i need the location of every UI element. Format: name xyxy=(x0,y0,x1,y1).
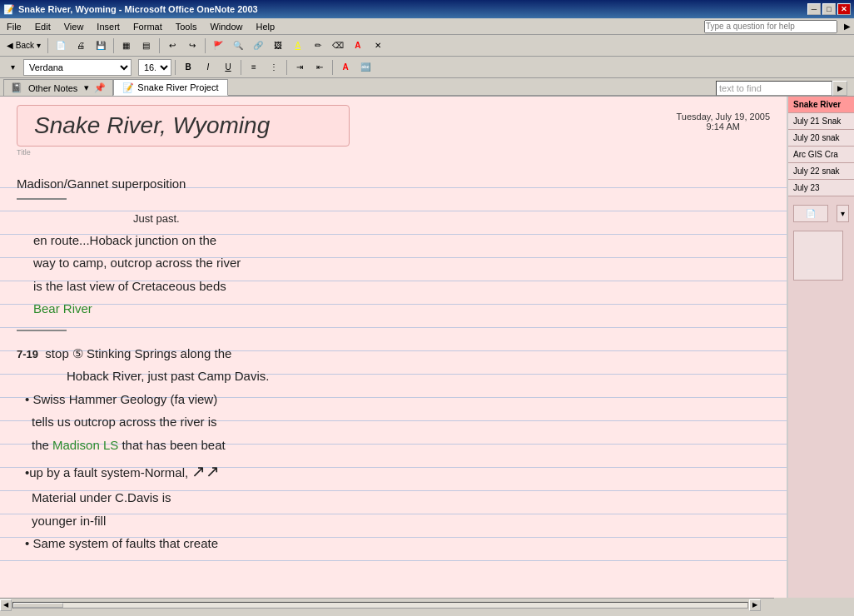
search-button[interactable]: 🔍 xyxy=(229,37,247,55)
formatting-toolbar: ▾ Verdana 16.5 B I U ≡ ⋮ ⇥ ⇤ A 🔤 xyxy=(0,57,854,78)
title-label: Title xyxy=(17,148,350,156)
scroll-corner xyxy=(761,599,774,612)
scroll-right-btn[interactable]: ▶ xyxy=(749,599,761,611)
link-button[interactable]: 🔗 xyxy=(249,37,267,55)
maximize-button[interactable]: □ xyxy=(822,3,836,15)
sidebar-tab-arcgis[interactable]: Arc GIS Cra xyxy=(788,147,854,163)
view2-button[interactable]: ▤ xyxy=(137,37,156,55)
save-button[interactable]: 💾 xyxy=(92,37,110,55)
note-line-5: is the last view of Cretaceous beds xyxy=(33,276,770,297)
scrollbar-track[interactable] xyxy=(12,602,748,609)
view-button[interactable]: ▦ xyxy=(117,37,136,55)
separator5 xyxy=(175,60,176,75)
pen-button[interactable]: ✏ xyxy=(309,37,327,55)
new-page-button[interactable]: 📄 xyxy=(52,37,70,55)
menu-format[interactable]: Format xyxy=(130,20,166,33)
sidebar-tab-july21[interactable]: July 21 Snak xyxy=(788,113,854,130)
underline-button[interactable]: U xyxy=(219,58,237,77)
separator6 xyxy=(241,60,241,75)
note-line-swiss: • Swiss Hammer Geology (fa view) xyxy=(25,389,770,410)
notebook-tab[interactable]: 📓 Other Notes ▾ 📌 xyxy=(3,79,113,96)
numbering-button[interactable]: ⋮ xyxy=(265,58,283,77)
sidebar-tab-july23[interactable]: July 23 xyxy=(788,180,854,196)
note-line-younger: younger in-fill xyxy=(32,510,770,532)
note-line-2: Just past. xyxy=(133,210,770,228)
italic-button[interactable]: I xyxy=(199,58,217,77)
app-icon: 📝 xyxy=(3,4,15,15)
page-controls: 📄 ▾ xyxy=(788,200,854,227)
print-button[interactable]: 🖨 xyxy=(72,37,90,55)
menu-bar: File Edit View Insert Format Tools Windo… xyxy=(0,18,854,35)
color-button[interactable]: A xyxy=(349,37,367,55)
help-search-input[interactable] xyxy=(704,20,837,33)
spacer2 xyxy=(17,335,770,343)
note-date: Tuesday, July 19, 2005 9:14 AM xyxy=(676,105,770,132)
separator1 xyxy=(47,38,48,53)
note-line-1: Madison/Gannet superposition xyxy=(17,173,770,195)
format-button[interactable]: ✕ xyxy=(369,37,387,55)
note-line-fault: •up by a fault system-Normal, ↗↗ xyxy=(25,457,770,485)
menu-window[interactable]: Window xyxy=(206,20,246,33)
find-input[interactable] xyxy=(716,81,832,96)
note-line-3: en route...Hoback junction on the xyxy=(33,230,770,251)
scroll-left-btn[interactable]: ◀ xyxy=(0,599,12,611)
menu-view[interactable]: View xyxy=(61,20,87,33)
note-line-same: • Same system of faults that create xyxy=(25,533,770,554)
help-search-icon[interactable]: ▶ xyxy=(844,22,851,31)
sidebar-tab-snake-river[interactable]: Snake River xyxy=(788,97,854,113)
style-combo-btn[interactable]: ▾ xyxy=(3,58,22,77)
underline-deco1 xyxy=(17,198,67,206)
note-line-4: way to camp, outcrop across the river xyxy=(33,252,770,274)
note-line-bear-river: Bear River xyxy=(33,298,770,320)
format-clear-button[interactable]: 🔤 xyxy=(356,58,375,77)
img-button[interactable]: 🖼 xyxy=(269,37,287,55)
bold-button[interactable]: B xyxy=(179,58,197,77)
minimize-button[interactable]: ─ xyxy=(807,3,821,15)
flag-button[interactable]: 🚩 xyxy=(209,37,227,55)
title-bar-controls[interactable]: ─ □ ✕ xyxy=(807,3,851,15)
separator7 xyxy=(286,60,287,75)
menu-help[interactable]: Help xyxy=(253,20,279,33)
tabs-area: 📓 Other Notes ▾ 📌 📝 Snake River Project … xyxy=(0,78,854,97)
page-thumbnail xyxy=(793,231,843,281)
new-page-sidebar-btn[interactable]: 📄 xyxy=(793,205,828,222)
font-size-select[interactable]: 16.5 xyxy=(138,59,171,76)
find-button[interactable]: ▶ xyxy=(832,81,847,96)
outdent-button[interactable]: ⇤ xyxy=(310,58,329,77)
indent-button[interactable]: ⇥ xyxy=(290,58,309,77)
highlight-button[interactable]: A xyxy=(289,37,307,55)
scrollbar-thumb[interactable] xyxy=(13,603,63,608)
note-header: Snake River, Wyoming Title Tuesday, July… xyxy=(0,97,787,165)
page-dropdown-btn[interactable]: ▾ xyxy=(837,205,849,222)
notebook-icon: 📓 xyxy=(11,82,22,93)
menu-insert[interactable]: Insert xyxy=(93,20,123,33)
snake-river-project-tab[interactable]: 📝 Snake River Project xyxy=(113,79,227,96)
note-line-madison: the Madison LS that has been beat xyxy=(32,435,770,456)
notebook-arrow[interactable]: ▾ xyxy=(84,82,89,93)
note-line-stop5: 7-19 stop ⑤ Stinking Springs along the xyxy=(17,343,770,365)
separator4 xyxy=(205,38,206,53)
note-line-hoback: Hoback River, just past Camp Davis. xyxy=(67,365,770,387)
separator3 xyxy=(159,38,160,53)
font-color-button[interactable]: A xyxy=(336,58,355,77)
bullets-button[interactable]: ≡ xyxy=(245,58,263,77)
toolbar1: ◀ Back ▾ 📄 🖨 💾 ▦ ▤ ↩ ↪ 🚩 🔍 🔗 🖼 A ✏ ⌫ A ✕ xyxy=(0,35,854,57)
close-button[interactable]: ✕ xyxy=(837,3,851,15)
sidebar-tab-july20[interactable]: July 20 snak xyxy=(788,130,854,147)
note-title[interactable]: Snake River, Wyoming xyxy=(17,105,350,147)
redo-button[interactable]: ↪ xyxy=(183,37,201,55)
back-button[interactable]: ◀ Back ▾ xyxy=(3,37,44,55)
menu-edit[interactable]: Edit xyxy=(32,20,54,33)
h-scrollbar[interactable]: ◀ ▶ xyxy=(0,598,774,611)
note-body[interactable]: Madison/Gannet superposition Just past. … xyxy=(0,165,787,581)
sidebar-tab-july22[interactable]: July 22 snak xyxy=(788,163,854,180)
menu-file[interactable]: File xyxy=(3,20,25,33)
notebook-settings-icon[interactable]: 📌 xyxy=(94,82,106,93)
underline-deco2 xyxy=(17,330,67,331)
note-time-text: 9:14 AM xyxy=(676,122,770,132)
main-area: Snake River, Wyoming Title Tuesday, July… xyxy=(0,97,854,598)
undo-button[interactable]: ↩ xyxy=(163,37,181,55)
eraser-button[interactable]: ⌫ xyxy=(329,37,347,55)
font-select[interactable]: Verdana xyxy=(23,59,132,76)
menu-tools[interactable]: Tools xyxy=(172,20,201,33)
